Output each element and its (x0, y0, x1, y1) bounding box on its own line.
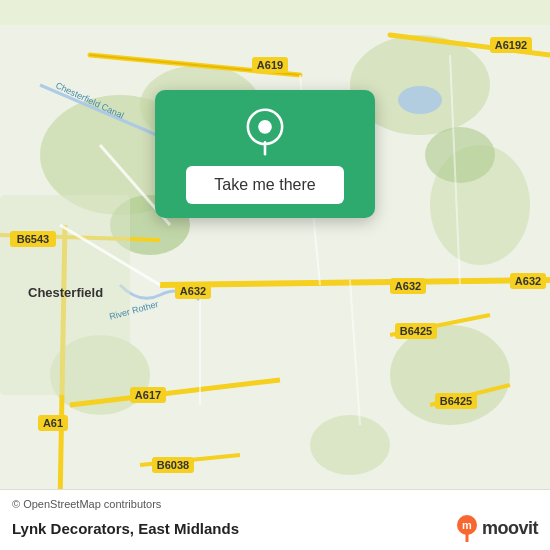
location-pin-icon (241, 108, 289, 156)
svg-text:A6192: A6192 (495, 39, 527, 51)
svg-text:A617: A617 (135, 389, 161, 401)
moovit-logo: m moovit (456, 514, 538, 542)
location-name: Lynk Decorators, East Midlands (12, 520, 239, 537)
take-me-there-button[interactable]: Take me there (186, 166, 343, 204)
svg-point-10 (425, 127, 495, 183)
svg-text:A632: A632 (515, 275, 541, 287)
svg-text:Chesterfield: Chesterfield (28, 285, 103, 300)
moovit-brand-text: moovit (482, 518, 538, 539)
svg-point-56 (258, 120, 272, 134)
bottom-bar: © OpenStreetMap contributors Lynk Decora… (0, 489, 550, 550)
svg-text:B6425: B6425 (440, 395, 472, 407)
svg-point-6 (310, 415, 390, 475)
svg-point-5 (390, 325, 510, 425)
location-popup: Take me there (155, 90, 375, 218)
svg-text:B6425: B6425 (400, 325, 432, 337)
svg-text:B6038: B6038 (157, 459, 189, 471)
svg-text:A619: A619 (257, 59, 283, 71)
svg-text:A632: A632 (395, 280, 421, 292)
osm-attribution: © OpenStreetMap contributors (12, 498, 538, 510)
map-background: A619 A6192 B6543 A632 A632 A632 A61 A617… (0, 0, 550, 550)
moovit-pin-icon: m (456, 514, 478, 542)
svg-text:m: m (462, 519, 472, 531)
svg-text:A61: A61 (43, 417, 63, 429)
svg-point-11 (398, 86, 442, 114)
map-container: A619 A6192 B6543 A632 A632 A632 A61 A617… (0, 0, 550, 550)
svg-text:B6543: B6543 (17, 233, 49, 245)
svg-text:A632: A632 (180, 285, 206, 297)
location-info: Lynk Decorators, East Midlands m moovit (12, 514, 538, 542)
